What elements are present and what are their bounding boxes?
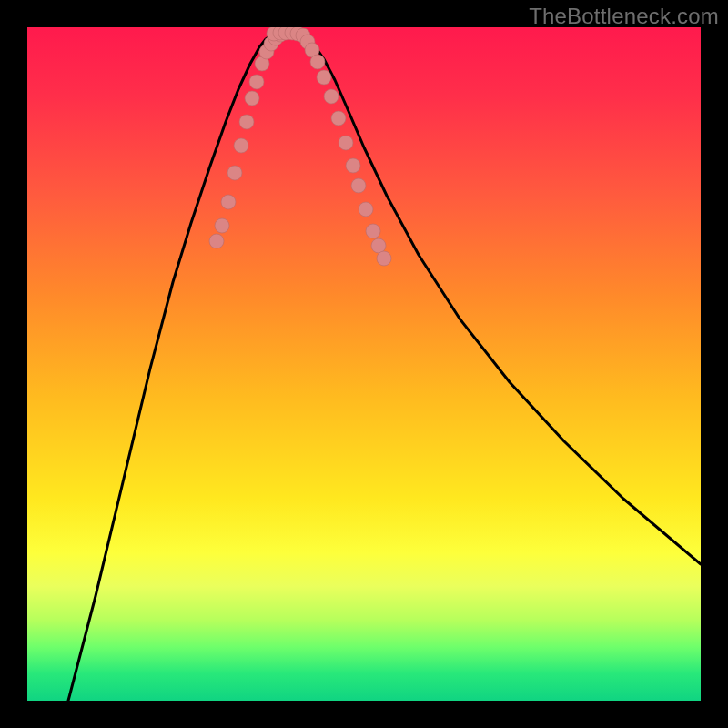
data-dot <box>359 202 373 217</box>
data-dot <box>346 158 360 173</box>
data-dot <box>234 138 248 153</box>
data-dot <box>221 195 236 209</box>
chart-frame: TheBottleneck.com <box>0 0 728 728</box>
data-dot <box>324 89 339 104</box>
data-dot <box>377 251 391 266</box>
data-dot <box>371 238 386 253</box>
data-dot <box>310 55 325 69</box>
curve-layer <box>27 27 701 701</box>
data-dot <box>339 136 353 150</box>
data-dot <box>351 178 366 193</box>
data-dot <box>366 224 380 238</box>
plot-area <box>27 27 701 701</box>
data-dot <box>249 75 264 89</box>
data-dot <box>331 111 346 126</box>
data-dot <box>228 166 242 180</box>
data-dot <box>239 115 254 129</box>
data-dot <box>317 70 331 85</box>
data-dot <box>209 234 224 248</box>
data-dot <box>245 91 259 106</box>
data-dot <box>215 218 229 233</box>
watermark-label: TheBottleneck.com <box>529 4 719 29</box>
bottleneck-curve <box>68 33 701 701</box>
